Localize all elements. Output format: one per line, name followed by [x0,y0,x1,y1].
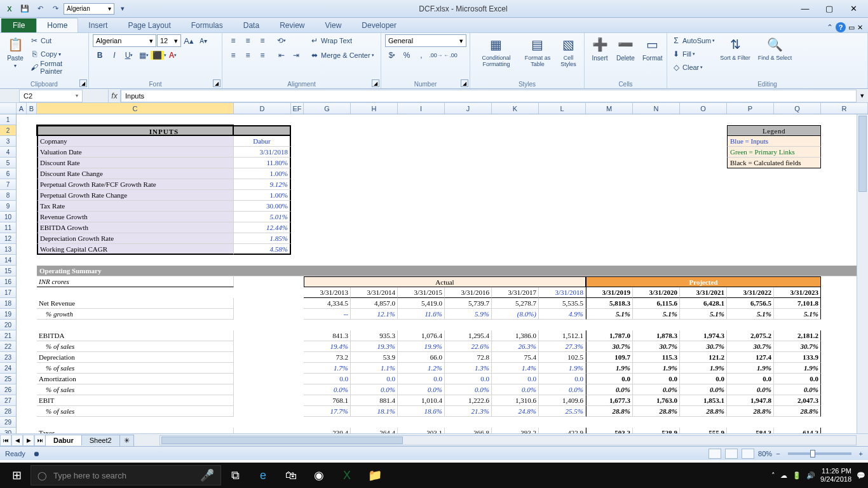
row-header-18[interactable]: 18 [0,298,17,309]
cell-N23[interactable]: 115.3 [633,352,680,363]
col-header-R[interactable]: R [821,103,868,114]
cell-K22[interactable]: 26.3% [492,341,539,352]
tray-chevron-icon[interactable]: ˄ [771,471,775,480]
cell-D13[interactable]: 4.58% [234,244,291,255]
cell-G28[interactable]: 17.7% [304,406,351,417]
cell-G30[interactable]: 230.4 [304,428,351,433]
zoom-out-button[interactable]: − [776,450,780,458]
row-header-9[interactable]: 9 [0,201,17,212]
cell-L25[interactable]: 0.0 [539,374,586,384]
cell-C22[interactable]: % of sales [37,341,234,352]
cell-C4[interactable]: Valuation Date [37,147,234,158]
cell-I28[interactable]: 18.6% [398,406,445,417]
align-right-button[interactable]: ≡ [255,49,269,62]
cell-O23[interactable]: 121.2 [680,352,727,363]
decrease-indent-button[interactable]: ⇤ [275,49,288,62]
paste-button[interactable]: 📋 Paste▾ [4,34,27,70]
cell-J23[interactable]: 72.8 [445,352,492,363]
row-header-15[interactable]: 15 [0,266,17,276]
cell-M27[interactable]: 1,677.3 [586,395,633,406]
page-break-view-button[interactable] [742,449,754,459]
cell-O18[interactable]: 6,428.1 [680,298,727,309]
row-header-26[interactable]: 26 [0,384,17,395]
cell-H26[interactable]: 0.0% [351,384,398,395]
sheet-next-button[interactable]: ▶ [23,435,34,446]
col-header-Q[interactable]: Q [774,103,821,114]
window-close-mdi-icon[interactable]: ✕ [857,24,863,32]
formula-input[interactable]: Inputs [121,90,857,102]
cell-D8[interactable]: 1.00% [234,190,291,201]
cell-P18[interactable]: 6,756.5 [727,298,774,309]
cell-K18[interactable]: 5,278.7 [492,298,539,309]
cell-L24[interactable]: 1.9% [539,363,586,374]
cell-M22[interactable]: 30.7% [586,341,633,352]
merge-center-button[interactable]: ⬌Merge & Center▾ [309,49,374,62]
cell-H19[interactable]: 12.1% [351,309,398,320]
cell-H21[interactable]: 935.3 [351,330,398,341]
cell-Q24[interactable]: 1.9% [774,363,821,374]
clear-button[interactable]: ◇Clear▾ [671,61,715,74]
formula-expand-icon[interactable]: ▾ [857,92,868,100]
cell-K17[interactable]: 3/31/2017 [492,287,539,298]
cell-M25[interactable]: 0.0 [586,374,633,384]
cell-H24[interactable]: 1.1% [351,363,398,374]
cell-C11[interactable]: EBITDA Growth [37,222,234,233]
sheet-first-button[interactable]: ⏮ [0,435,11,446]
cell-D7[interactable]: 9.12% [234,179,291,190]
cell-P24[interactable]: 1.9% [727,363,774,374]
mic-icon[interactable]: 🎤 [193,463,221,488]
cell-H28[interactable]: 18.1% [351,406,398,417]
cell-C26[interactable]: % of sales [37,384,234,395]
horizontal-scrollbar[interactable] [159,435,857,445]
cell-J25[interactable]: 0.0 [445,374,492,384]
page-layout-view-button[interactable] [725,449,738,459]
cell-C7[interactable]: Perpetual Growth Rate/FCF Growth Rate [37,179,234,190]
macro-record-icon[interactable]: ⏺ [33,450,40,458]
cell-G27[interactable]: 768.1 [304,395,351,406]
cell-N24[interactable]: 1.9% [633,363,680,374]
cell-J28[interactable]: 21.3% [445,406,492,417]
cell-J18[interactable]: 5,739.7 [445,298,492,309]
underline-button[interactable]: U▾ [122,49,136,62]
cell-K23[interactable]: 75.4 [492,352,539,363]
copy-button[interactable]: ⎘Copy▾ [29,48,85,60]
conditional-formatting-button[interactable]: ▦Conditional Formatting [474,34,519,69]
cell-C9[interactable]: Tax Rate [37,201,234,212]
cell-P30[interactable]: 584.3 [727,428,774,433]
cell-Q23[interactable]: 133.9 [774,352,821,363]
sort-filter-button[interactable]: ⇅Sort & Filter [717,34,753,62]
cell-H27[interactable]: 881.4 [351,395,398,406]
row-header-24[interactable]: 24 [0,363,17,374]
cell-Q17[interactable]: 3/31/2023 [774,287,821,298]
cell-J30[interactable]: 366.8 [445,428,492,433]
zoom-thumb[interactable] [810,450,815,458]
tab-data[interactable]: Data [233,18,269,32]
align-top-button[interactable]: ≡ [226,34,240,47]
cell-P22[interactable]: 30.7% [727,341,774,352]
cell-M24[interactable]: 1.9% [586,363,633,374]
cell-N22[interactable]: 30.7% [633,341,680,352]
cell-J24[interactable]: 1.3% [445,363,492,374]
sheet-prev-button[interactable]: ◀ [11,435,23,446]
comma-button[interactable]: , [414,49,428,62]
tab-formulas[interactable]: Formulas [181,18,233,32]
cell-I21[interactable]: 1,076.4 [398,330,445,341]
minimize-button[interactable]: — [797,3,813,15]
cell-P25[interactable]: 0.0 [727,374,774,384]
cell-D6[interactable]: 1.00% [234,168,291,179]
cell-K30[interactable]: 393.2 [492,428,539,433]
cell-C28[interactable]: % of sales [37,406,234,417]
window-restore-icon[interactable]: ▭ [848,24,855,32]
col-header-J[interactable]: J [445,103,492,114]
align-middle-button[interactable]: ≡ [241,34,255,47]
cell-K26[interactable]: 0.0% [492,384,539,395]
tray-volume-icon[interactable]: 🔊 [806,471,815,480]
cell-P23[interactable]: 127.4 [727,352,774,363]
cell-L23[interactable]: 102.5 [539,352,586,363]
row-header-5[interactable]: 5 [0,158,17,168]
cell-H23[interactable]: 53.9 [351,352,398,363]
cell-M21[interactable]: 1,787.0 [586,330,633,341]
currency-button[interactable]: $▾ [385,49,399,62]
new-sheet-button[interactable]: ✳ [119,435,134,446]
name-box[interactable]: C2▾ [19,90,83,102]
